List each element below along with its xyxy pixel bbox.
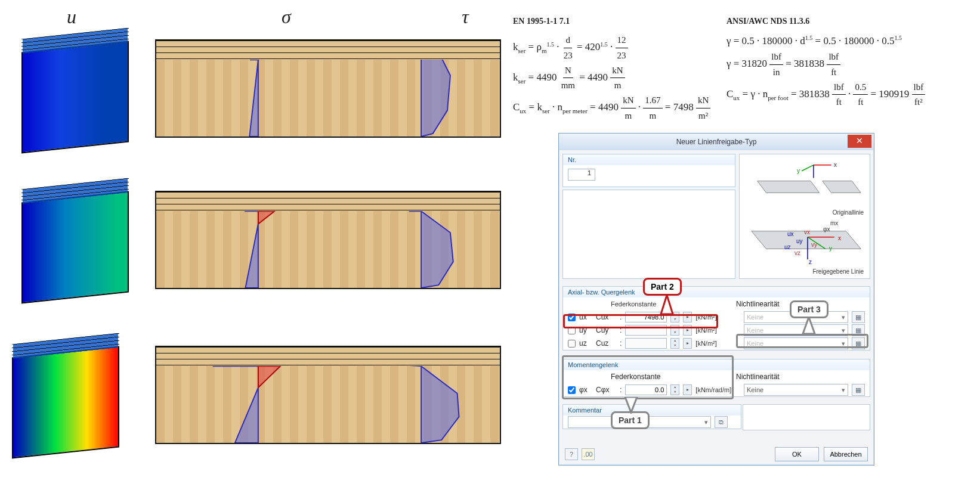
- callout-part2: Part 2: [643, 278, 682, 296]
- uy-nonlinearity-select: Keine: [744, 324, 848, 336]
- mom-feder-header: Federkonstante: [611, 373, 660, 381]
- axial-caption: Axial- bzw. Quergelenk: [563, 287, 870, 297]
- svg-marker-2: [249, 60, 258, 137]
- nds-title: ANSI/AWC NDS 11.3.6: [727, 14, 977, 28]
- row-uz: uz Cuz: ▲▼ ▸ [kN/m²] Keine ▦: [563, 337, 870, 350]
- dialog-title: Neuer Linienfreigabe-Typ: [676, 138, 757, 146]
- equations-en: EN 1995-1-1 7.1 kser = ρm1.5 · d23 = 420…: [513, 14, 716, 123]
- row-phix: φx Cφx: ▲▼ ▸ [kNm/rad/m] Keine ▦: [563, 383, 870, 396]
- section-case3: [155, 346, 501, 444]
- cuz-input: [625, 338, 667, 349]
- nr-value: 1: [568, 169, 595, 181]
- phix-nonlinearity-select[interactable]: Keine: [744, 384, 848, 396]
- line-release-dialog: Neuer Linienfreigabe-Typ ✕ Nr. 1 x y Ori…: [558, 133, 874, 466]
- svg-marker-26: [803, 317, 815, 334]
- units-icon[interactable]: .00: [582, 448, 595, 460]
- svg-marker-27: [625, 397, 637, 412]
- svg-marker-16: [758, 181, 820, 193]
- row-uy: uy Cuy: ▲▼ ▸ [kN/m²] Keine ▦: [563, 324, 870, 337]
- uz-checkbox[interactable]: [568, 340, 576, 348]
- svg-marker-12: [258, 366, 280, 387]
- svg-marker-6: [258, 211, 274, 224]
- cuz-picker: ▸: [683, 338, 692, 349]
- uz-nonlinearity-select: Keine: [744, 337, 848, 349]
- svg-marker-13: [235, 387, 258, 443]
- cphix-input[interactable]: [625, 384, 667, 395]
- close-icon[interactable]: ✕: [848, 135, 871, 148]
- cphix-spinner[interactable]: ▲▼: [670, 384, 679, 395]
- ux-checkbox[interactable]: [568, 314, 576, 321]
- comment-pick-icon[interactable]: ⧉: [715, 416, 728, 428]
- en-title: EN 1995-1-1 7.1: [513, 14, 716, 28]
- ux-nonlin-edit-icon[interactable]: ▦: [852, 311, 865, 323]
- section-case2: [155, 191, 501, 289]
- cuy-input: [625, 325, 667, 336]
- moment-caption: Momentengelenk: [563, 359, 870, 370]
- equations-nds: ANSI/AWC NDS 11.3.6 γ = 0.5 · 180000 · d…: [727, 14, 977, 110]
- section-case1: [155, 39, 501, 138]
- uz-nonlin-edit-icon: ▦: [852, 337, 865, 349]
- cux-picker[interactable]: ▸: [683, 312, 692, 322]
- axial-feder-header: Federkonstante: [611, 300, 656, 308]
- svg-marker-25: [661, 295, 673, 314]
- help-icon[interactable]: ?: [565, 448, 578, 460]
- fem-u-case2: [21, 191, 129, 304]
- axis-diagram: x y Originallinie Freigegebene Linie ux …: [739, 154, 870, 279]
- svg-marker-15: [421, 366, 459, 443]
- svg-line-19: [802, 165, 814, 171]
- callout-part3: Part 3: [790, 300, 828, 318]
- cuy-picker: ▸: [683, 325, 692, 336]
- dialog-titlebar[interactable]: Neuer Linienfreigabe-Typ ✕: [559, 134, 874, 150]
- mom-nonlin-header: Nichtlinearität: [736, 373, 865, 381]
- uy-nonlin-edit-icon: ▦: [852, 324, 865, 336]
- ok-button[interactable]: OK: [775, 447, 819, 461]
- col-header-u: u: [18, 6, 125, 28]
- fem-u-case1: [21, 41, 129, 154]
- svg-marker-9: [421, 211, 453, 288]
- col-header-tau: τ: [412, 6, 519, 28]
- fem-u-case3: [12, 346, 119, 459]
- cancel-button[interactable]: Abbrechen: [824, 447, 868, 461]
- phix-checkbox[interactable]: [568, 386, 576, 394]
- phix-nonlin-edit-icon[interactable]: ▦: [852, 384, 865, 396]
- comment-caption: Kommentar: [563, 405, 741, 415]
- cuz-spinner: ▲▼: [670, 338, 679, 349]
- nr-caption: Nr.: [563, 154, 735, 165]
- col-header-sigma: σ: [233, 6, 340, 28]
- cphix-picker[interactable]: ▸: [683, 384, 692, 395]
- uy-checkbox[interactable]: [568, 327, 576, 334]
- svg-marker-7: [245, 224, 258, 288]
- svg-marker-17: [823, 181, 861, 193]
- callout-part1: Part 1: [611, 411, 650, 429]
- cuy-spinner: ▲▼: [670, 325, 679, 336]
